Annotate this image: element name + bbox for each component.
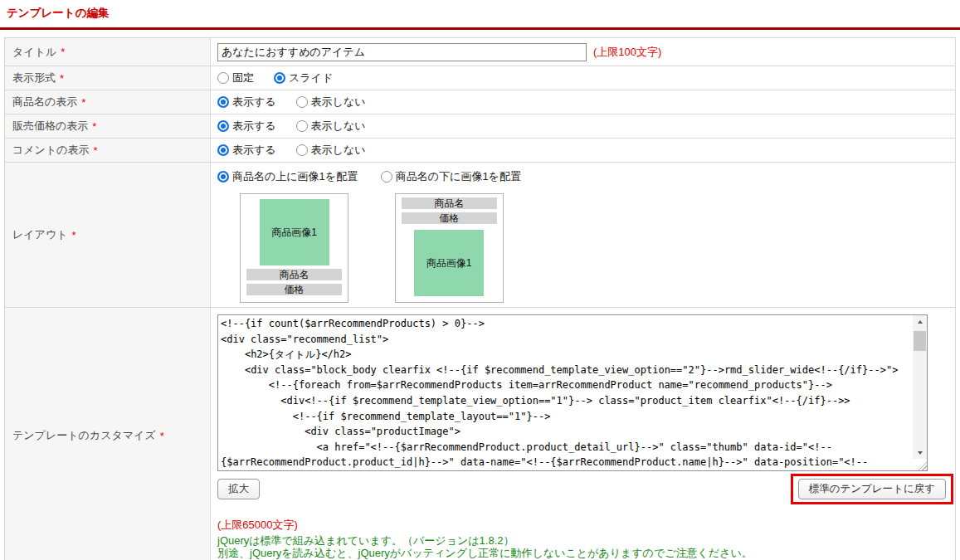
preview-price-bar: 価格: [246, 284, 342, 295]
radio-option-fixed[interactable]: 固定: [217, 71, 254, 85]
title-limit-note: (上限100文字): [593, 45, 661, 60]
radio-hide-comment[interactable]: 表示しない: [296, 143, 366, 158]
radio-icon[interactable]: [296, 96, 308, 108]
field-label-customize: テンプレートのカスタマイズ *: [5, 308, 211, 560]
radio-icon[interactable]: [217, 72, 229, 84]
radio-option-slide[interactable]: スライド: [274, 71, 333, 85]
page-title: テンプレートの編集: [7, 6, 960, 21]
preview-product-image: 商品画像1: [260, 199, 329, 265]
radio-icon[interactable]: [217, 120, 229, 132]
row-product-name-display: 商品名の表示 * 表示する 表示しない: [5, 90, 955, 114]
row-title: タイトル * (上限100文字): [5, 38, 955, 66]
field-label-display-format: 表示形式 *: [5, 66, 211, 90]
template-code-textarea[interactable]: <!--{if count($arrRecommendProducts) > 0…: [217, 314, 928, 471]
field-label-price: 販売価格の表示 *: [5, 114, 211, 138]
required-mark: *: [61, 46, 65, 58]
preview-product-name-bar: 商品名: [246, 269, 342, 280]
reset-highlight-box: 標準のテンプレートに戻す: [791, 474, 953, 504]
scroll-down-button[interactable]: [913, 446, 927, 459]
field-label-product-name: 商品名の表示 *: [5, 90, 211, 114]
template-code-editor: <!--{if count($arrRecommendProducts) > 0…: [217, 314, 928, 471]
radio-hide-product-name[interactable]: 表示しない: [296, 95, 366, 110]
textarea-scrollbar[interactable]: [913, 315, 927, 459]
radio-icon[interactable]: [274, 72, 285, 84]
row-template-customize: テンプレートのカスタマイズ * <!--{if count($arrRecomm…: [5, 308, 955, 560]
radio-icon[interactable]: [381, 171, 392, 183]
radio-show-comment[interactable]: 表示する: [217, 143, 276, 158]
required-mark: *: [94, 144, 98, 157]
row-display-format: 表示形式 * 固定 スライド: [5, 66, 955, 90]
scrollbar-thumb[interactable]: [914, 331, 926, 351]
radio-show-product-name[interactable]: 表示する: [217, 95, 276, 110]
template-edit-form: タイトル * (上限100文字) 表示形式 * 固定 スライド 商品名の表示: [4, 37, 956, 560]
layout-preview-image-bottom: 商品名 価格 商品画像1: [395, 193, 504, 303]
jquery-note-version: jQueryは標準で組み込まれています。（バージョンは1.8.2）: [217, 534, 955, 547]
title-input[interactable]: [217, 43, 587, 61]
field-label-title: タイトル *: [5, 38, 211, 66]
required-mark: *: [60, 72, 64, 85]
required-mark: *: [160, 430, 164, 442]
layout-previews: 商品画像1 商品名 価格 商品名 価格 商品画像1: [240, 193, 955, 303]
layout-preview-image-top: 商品画像1 商品名 価格: [240, 193, 348, 303]
header-divider: [0, 27, 960, 30]
arrow-down-icon: [918, 451, 923, 455]
radio-layout-image-top[interactable]: 商品名の上に画像1を配置: [217, 169, 358, 184]
radio-layout-image-bottom[interactable]: 商品名の下に画像1を配置: [381, 169, 521, 184]
radio-icon[interactable]: [217, 171, 229, 183]
row-price-display: 販売価格の表示 * 表示する 表示しない: [5, 114, 955, 139]
preview-product-image: 商品画像1: [414, 230, 484, 296]
radio-icon[interactable]: [217, 96, 229, 108]
radio-icon[interactable]: [296, 120, 308, 132]
preview-product-name-bar: 商品名: [402, 197, 497, 209]
jquery-notes: jQueryは標準で組み込まれています。（バージョンは1.8.2） 別途、jQu…: [217, 534, 955, 560]
row-comment-display: コメントの表示 * 表示する 表示しない: [5, 139, 955, 163]
required-mark: *: [92, 120, 96, 133]
arrow-up-icon: [918, 320, 923, 324]
radio-icon[interactable]: [217, 144, 229, 156]
preview-price-bar: 価格: [402, 212, 497, 224]
radio-icon[interactable]: [296, 144, 308, 156]
radio-show-price[interactable]: 表示する: [217, 119, 276, 134]
code-limit-note: (上限65000文字): [217, 518, 955, 533]
jquery-note-conflict: 別途、jQueryを読み込むと、jQueryがバッティングし正常に動作しないこと…: [217, 547, 955, 559]
scroll-up-button[interactable]: [913, 315, 927, 328]
required-mark: *: [72, 229, 76, 241]
row-layout: レイアウト * 商品名の上に画像1を配置 商品名の下に画像1を配置 商品画像1 …: [5, 163, 955, 308]
required-mark: *: [81, 96, 85, 109]
radio-hide-price[interactable]: 表示しない: [296, 119, 366, 134]
field-label-layout: レイアウト *: [5, 163, 211, 307]
field-label-comment: コメントの表示 *: [5, 139, 211, 162]
expand-button[interactable]: 拡大: [217, 479, 260, 499]
reset-template-button[interactable]: 標準のテンプレートに戻す: [798, 479, 946, 499]
